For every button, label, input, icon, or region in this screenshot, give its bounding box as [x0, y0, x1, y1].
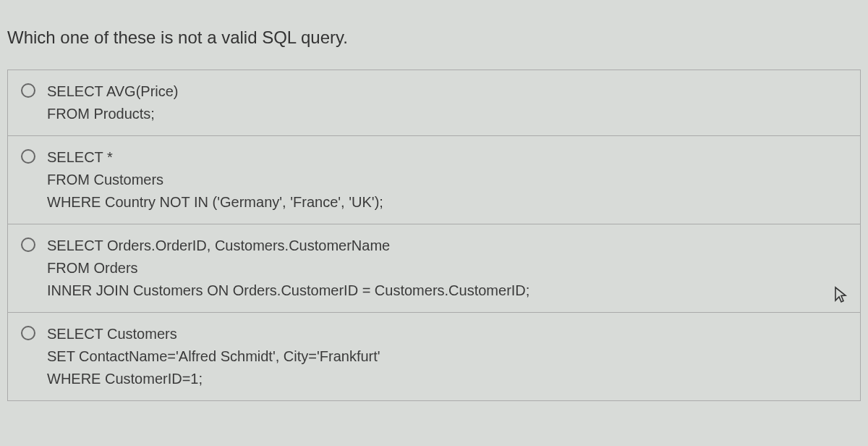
option-line: SELECT Orders.OrderID, Customers.Custome… — [47, 235, 529, 257]
option-3[interactable]: SELECT Orders.OrderID, Customers.Custome… — [8, 224, 860, 313]
option-line: FROM Customers — [47, 169, 383, 191]
option-1[interactable]: SELECT AVG(Price) FROM Products; — [8, 70, 860, 136]
option-text: SELECT * FROM Customers WHERE Country NO… — [47, 146, 383, 214]
option-line: FROM Products; — [47, 103, 179, 125]
option-text: SELECT Orders.OrderID, Customers.Custome… — [47, 235, 529, 302]
option-2[interactable]: SELECT * FROM Customers WHERE Country NO… — [8, 136, 860, 224]
question-prompt: Which one of these is not a valid SQL qu… — [0, 0, 868, 70]
option-4[interactable]: SELECT Customers SET ContactName='Alfred… — [8, 313, 860, 400]
option-line: WHERE Country NOT IN ('Germany', 'France… — [47, 191, 383, 214]
radio-button[interactable] — [21, 149, 35, 164]
option-line: SELECT Customers — [47, 323, 380, 345]
cursor-icon — [833, 286, 848, 305]
option-text: SELECT Customers SET ContactName='Alfred… — [47, 323, 380, 390]
options-list: SELECT AVG(Price) FROM Products; SELECT … — [7, 70, 861, 401]
option-line: FROM Orders — [47, 257, 529, 279]
option-line: SELECT * — [47, 146, 383, 169]
radio-button[interactable] — [21, 237, 35, 252]
option-line: SELECT AVG(Price) — [47, 80, 179, 103]
option-text: SELECT AVG(Price) FROM Products; — [47, 80, 179, 125]
radio-button[interactable] — [21, 326, 35, 340]
option-line: SET ContactName='Alfred Schmidt', City='… — [47, 345, 380, 368]
radio-button[interactable] — [21, 83, 35, 98]
option-line: WHERE CustomerID=1; — [47, 368, 380, 390]
quiz-container: Which one of these is not a valid SQL qu… — [0, 0, 868, 446]
option-line: INNER JOIN Customers ON Orders.CustomerI… — [47, 279, 529, 302]
